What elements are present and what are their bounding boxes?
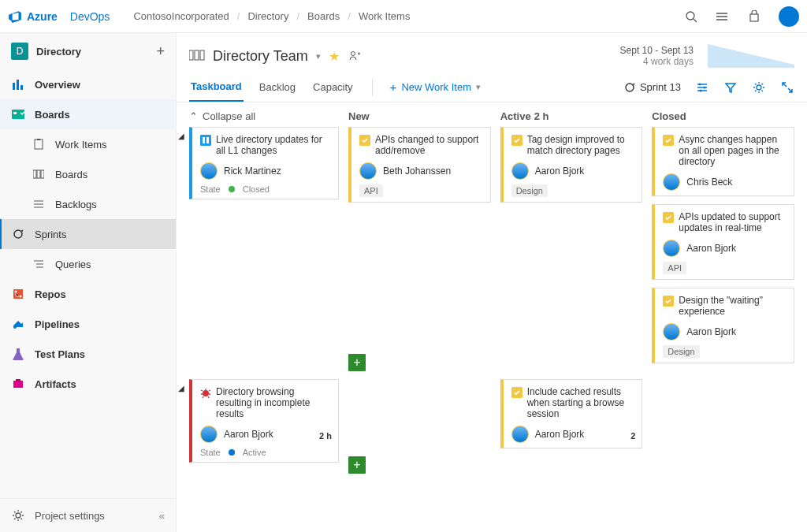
nav-sprints[interactable]: Sprints	[0, 219, 176, 249]
breadcrumb-org[interactable]: ContosoIncorporated	[133, 10, 229, 22]
state-value: Active	[243, 448, 266, 457]
board-settings-icon[interactable]	[752, 80, 766, 95]
svg-point-3	[716, 16, 718, 17]
sprint-icon	[624, 82, 635, 93]
add-card-button[interactable]: +	[348, 354, 366, 371]
breadcrumb-page[interactable]: Work Items	[359, 10, 411, 22]
tag: Design	[663, 345, 699, 358]
svg-point-19	[13, 326, 17, 329]
nav-queries[interactable]: Queries	[0, 249, 176, 279]
team-header: Directory Team ▾ ★ Sept 10 - Sept 13 4 w…	[177, 33, 807, 73]
col-new-header[interactable]: New	[348, 110, 491, 122]
avatar	[663, 323, 680, 340]
main: Directory Team ▾ ★ Sept 10 - Sept 13 4 w…	[177, 33, 807, 532]
assignee-name: Aaron Bjork	[686, 326, 736, 337]
effort: 2 h	[319, 431, 332, 441]
svg-rect-11	[35, 140, 43, 149]
svg-rect-13	[33, 170, 36, 178]
col-active-header[interactable]: Active2 h	[500, 110, 643, 122]
task-card[interactable]: APIs updated to support updates in real-…	[652, 204, 794, 280]
nav-boards[interactable]: Boards	[0, 99, 176, 129]
pbi-card[interactable]: Live directory updates for all L1 change…	[189, 127, 339, 199]
svg-point-29	[704, 86, 706, 88]
project-name: Directory	[36, 46, 148, 58]
top-bar: Azure DevOps ContosoIncorporated / Direc…	[0, 0, 807, 33]
list-icon[interactable]	[716, 9, 730, 24]
tab-taskboard[interactable]: Taskboard	[189, 73, 244, 102]
col-closed[interactable]	[652, 379, 794, 474]
assignee-name: Aaron Bjork	[535, 429, 585, 440]
filter-icon[interactable]	[723, 80, 738, 95]
state-dot	[229, 449, 235, 456]
tab-capacity[interactable]: Capacity	[311, 73, 355, 101]
breadcrumb-project[interactable]: Directory	[247, 10, 288, 22]
boards-icon	[11, 107, 25, 121]
plus-icon[interactable]: +	[156, 43, 165, 60]
nav-test-plans[interactable]: Test Plans	[0, 339, 176, 369]
svg-point-28	[699, 83, 701, 85]
nav-work-items[interactable]: Work Items	[0, 129, 176, 159]
nav-overview[interactable]: Overview	[0, 69, 176, 99]
nav-repos[interactable]: Repos	[0, 279, 176, 309]
svg-rect-12	[37, 139, 40, 140]
col-new[interactable]: +	[348, 379, 491, 474]
burndown-chart[interactable]	[708, 44, 794, 68]
shop-icon[interactable]	[747, 9, 761, 24]
swimlane: ◢Directory browsing resulting in incompl…	[177, 379, 807, 482]
svg-point-17	[15, 291, 17, 293]
task-card[interactable]: APIs changed to support add/removeBeth J…	[348, 127, 491, 203]
col-active[interactable]: Tag design improved to match directory p…	[500, 127, 643, 371]
app-logo[interactable]: Azure DevOps	[8, 9, 110, 24]
nav-backlogs[interactable]: Backlogs	[0, 189, 176, 219]
team-members-icon[interactable]	[348, 49, 362, 63]
star-icon[interactable]: ★	[329, 49, 340, 64]
swimlane-caret[interactable]: ◢	[178, 132, 184, 140]
avatar	[359, 162, 377, 180]
svg-point-16	[14, 230, 22, 238]
breadcrumb-area[interactable]: Boards	[307, 10, 340, 22]
col-active[interactable]: Include cached results when starting a b…	[500, 379, 643, 474]
project-badge: D	[11, 43, 28, 60]
task-card[interactable]: Include cached results when starting a b…	[500, 379, 643, 448]
svg-rect-20	[13, 381, 23, 388]
settings-sliders-icon[interactable]	[695, 80, 709, 95]
add-card-button[interactable]: +	[348, 456, 366, 474]
project-settings[interactable]: Project settings «	[0, 498, 176, 532]
new-work-item-button[interactable]: + New Work Item ▾	[390, 80, 481, 94]
card-title: Design the "waiting" experience	[679, 295, 787, 317]
nav-pipelines[interactable]: Pipelines	[0, 309, 176, 339]
taskboard-icon	[189, 49, 205, 64]
col-new[interactable]: APIs changed to support add/removeBeth J…	[348, 127, 491, 371]
svg-rect-25	[200, 50, 204, 60]
tab-backlog[interactable]: Backlog	[258, 73, 297, 101]
nav-boards-sub[interactable]: Boards	[0, 159, 176, 189]
breadcrumb: ContosoIncorporated / Directory / Boards…	[133, 10, 410, 22]
nav-artifacts[interactable]: Artifacts	[0, 369, 176, 399]
svg-point-26	[351, 52, 355, 56]
project-row[interactable]: D Directory +	[0, 33, 176, 69]
swimlane: ◢Live directory updates for all L1 chang…	[177, 127, 807, 379]
collapse-all[interactable]: ⌃Collapse all	[189, 110, 339, 122]
search-icon[interactable]	[684, 9, 698, 24]
sprint-picker[interactable]: Sprint 13	[624, 81, 681, 93]
user-avatar[interactable]	[779, 6, 799, 27]
svg-rect-7	[17, 80, 19, 90]
tag: API	[663, 262, 686, 274]
svg-rect-8	[20, 85, 23, 90]
task-card[interactable]: Tag design improved to match directory p…	[500, 127, 643, 203]
fullscreen-icon[interactable]	[780, 80, 794, 95]
chevron-down-icon[interactable]: ▾	[316, 51, 321, 61]
swimlane-caret[interactable]: ◢	[178, 384, 184, 392]
tabs-row: Taskboard Backlog Capacity + New Work It…	[177, 73, 807, 102]
team-name[interactable]: Directory Team	[213, 48, 308, 65]
svg-line-1	[694, 19, 697, 22]
pbi-card[interactable]: Directory browsing resulting in incomple…	[189, 379, 339, 463]
task-card[interactable]: Design the "waiting" experienceAaron Bjo…	[652, 288, 794, 363]
svg-point-40	[203, 390, 209, 396]
col-closed-header[interactable]: Closed	[652, 110, 794, 122]
chevron-left-icon[interactable]: «	[159, 510, 165, 522]
col-closed[interactable]: Async changes happen on all open pages i…	[652, 127, 794, 371]
svg-rect-24	[195, 50, 199, 60]
avatar	[200, 162, 218, 180]
task-card[interactable]: Async changes happen on all open pages i…	[652, 127, 794, 196]
